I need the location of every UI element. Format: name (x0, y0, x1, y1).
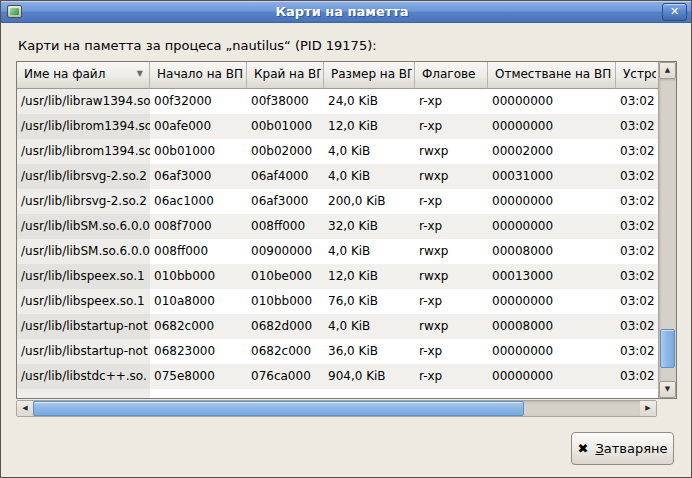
table-cell: 00008000 (488, 239, 616, 264)
scroll-left-icon: ◀ (22, 405, 27, 412)
vertical-scrollbar-track[interactable] (659, 79, 676, 381)
column-header-5[interactable]: Отместване на ВП (488, 62, 616, 89)
window-close-icon: ✕ (670, 5, 679, 18)
table-cell: 4,0 KiB (324, 164, 415, 189)
horizontal-scrollbar-thumb[interactable] (33, 401, 524, 416)
table-cell: 076ca000 (247, 364, 324, 389)
table-cell: 00000000 (488, 364, 616, 389)
close-dialog-button[interactable]: ✖ Затваряне (571, 432, 674, 465)
table-row[interactable]: /usr/lib/libSM.so.6.0.0008ff000009000004… (17, 239, 658, 264)
table-cell: r-xp (415, 189, 488, 214)
table-cell: 010bb000 (247, 289, 324, 314)
table-cell: 00afe000 (150, 114, 247, 139)
table-cell: 00b02000 (247, 139, 324, 164)
table-cell: 06af3000 (150, 164, 247, 189)
column-header-1[interactable]: Начало на ВП (150, 62, 247, 89)
column-header-label: Начало на ВП (157, 67, 244, 81)
table-cell: 00900000 (247, 239, 324, 264)
table-row[interactable]: /usr/lib/libstartup-not068230000682c0003… (17, 339, 658, 364)
column-header-label: Име на файл (24, 67, 137, 81)
scroll-up-button[interactable]: ▲ (659, 62, 676, 79)
table-cell: r-xp (415, 89, 488, 114)
table-cell: 03:02 (616, 289, 658, 314)
table-row[interactable]: /usr/lib/libSM.so.6.0.0008f7000008ff0003… (17, 214, 658, 239)
table-cell: r-xp (415, 339, 488, 364)
table-cell: 12,0 KiB (324, 114, 415, 139)
table-row-partial (17, 389, 658, 398)
column-header-label: Отместване на ВП (495, 67, 613, 81)
table-cell: 904,0 KiB (324, 364, 415, 389)
table-cell: 36,0 KiB (324, 339, 415, 364)
table-cell: r-xp (415, 114, 488, 139)
table-cell: /usr/lib/librsvg-2.so.2 (17, 189, 150, 214)
table-row[interactable]: /usr/lib/libspeex.so.1010bb000010be00012… (17, 264, 658, 289)
table-cell: /usr/lib/librom1394.so (17, 139, 150, 164)
scroll-up-icon: ▲ (665, 67, 670, 74)
table-cell: 0682c000 (150, 314, 247, 339)
column-header-2[interactable]: Край на ВП (247, 62, 324, 89)
scroll-right-button[interactable]: ▶ (640, 401, 656, 416)
column-header-label: Устройство (623, 67, 656, 81)
table-header: Име на файл▼Начало на ВПКрай на ВПРазмер… (17, 62, 658, 89)
table-cell: 00000000 (488, 114, 616, 139)
table-row[interactable]: /usr/lib/librom1394.so00b0100000b020004,… (17, 139, 658, 164)
table-cell: 008f7000 (150, 214, 247, 239)
column-header-0[interactable]: Име на файл▼ (17, 62, 150, 89)
table-cell: 03:02 (616, 339, 658, 364)
table-cell: 06af4000 (247, 164, 324, 189)
table-cell: 12,0 KiB (324, 264, 415, 289)
table-cell: r-xp (415, 214, 488, 239)
table-row[interactable]: /usr/lib/librom1394.so00afe00000b0100012… (17, 114, 658, 139)
table-row[interactable]: /usr/lib/libstartup-not0682c0000682d0004… (17, 314, 658, 339)
column-header-6[interactable]: Устройство (616, 62, 658, 89)
scroll-down-icon: ▼ (665, 386, 670, 393)
table-row[interactable]: /usr/lib/librsvg-2.so.206ac100006af30002… (17, 189, 658, 214)
table-cell: r-xp (415, 289, 488, 314)
column-header-label: Флагове (422, 67, 485, 81)
titlebar[interactable]: Карти на паметта ✕ (1, 1, 691, 23)
table-cell: 4,0 KiB (324, 139, 415, 164)
table-cell: 06af3000 (247, 189, 324, 214)
table-row[interactable]: /usr/lib/librsvg-2.so.206af300006af40004… (17, 164, 658, 189)
column-header-3[interactable]: Размер на ВП (324, 62, 415, 89)
memory-maps-dialog: Карти на паметта ✕ Карти на паметта за п… (0, 0, 692, 478)
scroll-down-button[interactable]: ▼ (659, 381, 676, 398)
table-cell: 03:02 (616, 164, 658, 189)
table-row[interactable]: /usr/lib/libstdc++.so.075e8000076ca00090… (17, 364, 658, 389)
table-cell: 4,0 KiB (324, 314, 415, 339)
horizontal-scrollbar-track[interactable] (33, 401, 640, 416)
table-cell: /usr/lib/libraw1394.so (17, 89, 150, 114)
column-header-4[interactable]: Флагове (415, 62, 488, 89)
table-cell: 4,0 KiB (324, 239, 415, 264)
table-cell: rwxp (415, 264, 488, 289)
table-row[interactable]: /usr/lib/libspeex.so.1010a8000010bb00076… (17, 289, 658, 314)
horizontal-scrollbar[interactable]: ◀ ▶ (16, 400, 657, 417)
table-row[interactable]: /usr/lib/libraw1394.so00f3200000f3800024… (17, 89, 658, 114)
table-cell: 03:02 (616, 114, 658, 139)
vertical-scrollbar[interactable]: ▲ ▼ (658, 62, 676, 398)
table-cell: 0682c000 (247, 339, 324, 364)
table-cell: 00f32000 (150, 89, 247, 114)
table-cell: 06823000 (150, 339, 247, 364)
table-cell (17, 389, 150, 398)
window-close-button[interactable]: ✕ (662, 3, 687, 21)
table-cell: 200,0 KiB (324, 189, 415, 214)
table-cell: 010be000 (247, 264, 324, 289)
column-header-label: Размер на ВП (331, 67, 412, 81)
table-cell: /usr/lib/libstdc++.so. (17, 364, 150, 389)
table-cell: 03:02 (616, 264, 658, 289)
table-cell: /usr/lib/libSM.so.6.0.0 (17, 214, 150, 239)
table-cell: 0682d000 (247, 314, 324, 339)
table-cell: 00008000 (488, 314, 616, 339)
column-header-label: Край на ВП (254, 67, 321, 81)
table-cell: 00002000 (488, 139, 616, 164)
table-cell: /usr/lib/libspeex.so.1 (17, 264, 150, 289)
table-cell: rwxp (415, 164, 488, 189)
table-cell: 06ac1000 (150, 189, 247, 214)
scroll-left-button[interactable]: ◀ (17, 401, 33, 416)
table-cell: 00000000 (488, 214, 616, 239)
table-cell: /usr/lib/libspeex.so.1 (17, 289, 150, 314)
table-cell: 00031000 (488, 164, 616, 189)
vertical-scrollbar-thumb[interactable] (660, 329, 675, 368)
window-title: Карти на паметта (22, 1, 662, 22)
